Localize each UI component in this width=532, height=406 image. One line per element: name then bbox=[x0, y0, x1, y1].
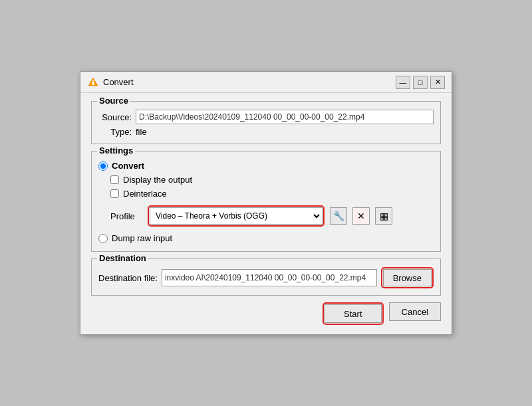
start-button[interactable]: Start bbox=[325, 304, 381, 323]
window-body: Source Source: Type: file Settings Conve… bbox=[80, 93, 452, 334]
convert-window: Convert — □ ✕ Source Source: Type: file … bbox=[80, 71, 452, 335]
dump-raw-label: Dump raw input bbox=[112, 233, 172, 243]
cancel-button[interactable]: Cancel bbox=[389, 302, 441, 321]
display-output-row: Display the output bbox=[110, 175, 434, 185]
maximize-button[interactable]: □ bbox=[413, 76, 428, 89]
type-value: file bbox=[136, 127, 147, 137]
deinterlace-label: Deinterlace bbox=[123, 189, 167, 199]
destination-file-input[interactable] bbox=[162, 269, 377, 286]
profile-select-wrapper: Video – Theora + Vorbis (OGG) Video – H.… bbox=[148, 205, 325, 227]
browse-btn-wrapper: Browse bbox=[381, 267, 434, 288]
dump-raw-row: Dump raw input bbox=[98, 233, 434, 243]
source-row: Source: bbox=[98, 110, 434, 124]
minimize-button[interactable]: — bbox=[396, 76, 410, 89]
window-title: Convert bbox=[103, 77, 134, 87]
profile-new-button[interactable]: ▦ bbox=[375, 207, 392, 225]
profile-select[interactable]: Video – Theora + Vorbis (OGG) Video – H.… bbox=[150, 207, 323, 225]
deinterlace-row: Deinterlace bbox=[110, 189, 434, 199]
dump-raw-radio[interactable] bbox=[98, 234, 108, 243]
settings-group-label: Settings bbox=[97, 146, 135, 155]
convert-radio-row: Convert bbox=[98, 161, 434, 171]
dest-file-label: Destination file: bbox=[98, 273, 158, 283]
type-field-label: Type: bbox=[98, 127, 132, 137]
profile-label: Profile bbox=[110, 211, 142, 221]
source-field-label: Source: bbox=[98, 112, 132, 122]
type-row: Type: file bbox=[98, 127, 434, 137]
convert-radio[interactable] bbox=[98, 161, 108, 171]
settings-group: Settings Convert Display the output Dein… bbox=[91, 151, 441, 252]
display-output-checkbox[interactable] bbox=[110, 175, 119, 184]
display-output-label: Display the output bbox=[123, 175, 192, 185]
source-group-label: Source bbox=[97, 96, 130, 106]
title-bar: Convert — □ ✕ bbox=[80, 72, 452, 93]
convert-radio-label: Convert bbox=[112, 161, 144, 171]
title-bar-controls: — □ ✕ bbox=[396, 76, 445, 89]
vlc-icon bbox=[87, 76, 99, 88]
profile-row: Profile Video – Theora + Vorbis (OGG) Vi… bbox=[110, 205, 434, 227]
svg-rect-1 bbox=[92, 82, 94, 85]
destination-row: Destination file: Browse bbox=[98, 267, 434, 288]
source-group: Source Source: Type: file bbox=[91, 101, 441, 144]
browse-button[interactable]: Browse bbox=[383, 269, 432, 286]
profile-edit-button[interactable]: 🔧 bbox=[330, 207, 347, 225]
bottom-actions: Start Cancel bbox=[91, 302, 441, 325]
svg-rect-2 bbox=[92, 80, 94, 82]
close-button[interactable]: ✕ bbox=[430, 76, 445, 89]
start-btn-wrapper: Start bbox=[323, 302, 383, 325]
deinterlace-checkbox[interactable] bbox=[110, 189, 119, 198]
destination-group: Destination Destination file: Browse bbox=[91, 258, 441, 296]
source-input[interactable] bbox=[136, 110, 434, 124]
profile-delete-button[interactable]: ✕ bbox=[352, 207, 370, 225]
title-bar-left: Convert bbox=[87, 76, 134, 88]
destination-group-label: Destination bbox=[97, 253, 148, 263]
